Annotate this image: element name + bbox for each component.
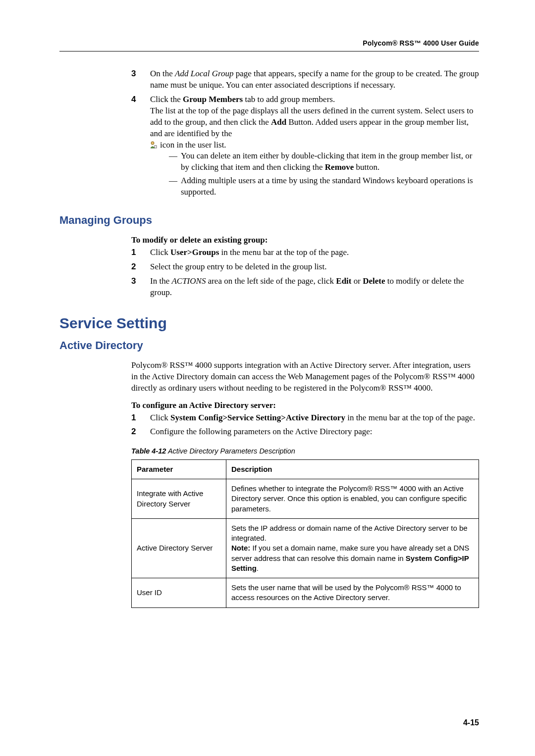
step-text: On the Add Local Group page that appears… [150, 68, 479, 91]
params-table: Parameter Description Integrate with Act… [131, 459, 479, 608]
heading-managing-groups: Managing Groups [59, 213, 479, 228]
step-number: 3 [131, 68, 150, 91]
page-number: 4-15 [463, 717, 479, 728]
lead-in: To modify or delete an existing group: [131, 235, 479, 246]
step-number: 1 [131, 412, 150, 424]
table-row: Active Directory Server Sets the IP addr… [132, 518, 479, 578]
cell-param: Active Directory Server [132, 518, 226, 578]
step-text: Click the Group Members tab to add group… [150, 94, 479, 200]
svg-rect-1 [155, 146, 157, 148]
step-number: 2 [131, 261, 150, 273]
th-description: Description [226, 459, 479, 479]
cell-param: User ID [132, 578, 226, 608]
user-in-list-icon [150, 141, 157, 148]
cell-param: Integrate with Active Directory Server [132, 479, 226, 519]
ad-step-2: 2 Configure the following parameters on … [131, 426, 479, 438]
step-number: 1 [131, 247, 150, 258]
running-header: Polycom® RSS™ 4000 User Guide [59, 39, 479, 51]
ad-step-1: 1 Click System Config>Service Setting>Ac… [131, 412, 479, 424]
th-parameter: Parameter [132, 459, 226, 479]
sub-bullet: — Adding multiple users at a time by usi… [169, 175, 479, 198]
ad-intro: Polycom® RSS™ 4000 supports integration … [131, 360, 479, 394]
step-number: 2 [131, 426, 150, 438]
step-4: 4 Click the Group Members tab to add gro… [131, 94, 479, 200]
heading-service-setting: Service Setting [59, 313, 479, 334]
step-number: 4 [131, 94, 150, 200]
step-3: 3 On the Add Local Group page that appea… [131, 68, 479, 91]
lead-in: To configure an Active Directory server: [131, 400, 479, 411]
cell-desc: Sets the user name that will be used by … [226, 578, 479, 608]
mg-step-2: 2 Select the group entry to be deleted i… [131, 261, 479, 273]
table-row: User ID Sets the user name that will be … [132, 578, 479, 608]
heading-active-directory: Active Directory [59, 338, 479, 353]
cell-desc: Defines whether to integrate the Polycom… [226, 479, 479, 519]
sub-bullet: — You can delete an item either by doubl… [169, 151, 479, 173]
step-number: 3 [131, 276, 150, 299]
table-row: Integrate with Active Directory Server D… [132, 479, 479, 519]
table-caption: Table 4-12 Active Directory Parameters D… [131, 447, 479, 456]
mg-step-1: 1 Click User>Groups in the menu bar at t… [131, 247, 479, 258]
svg-point-0 [151, 142, 154, 145]
mg-step-3: 3 In the ACTIONS area on the left side o… [131, 276, 479, 299]
cell-desc: Sets the IP address or domain name of th… [226, 518, 479, 578]
